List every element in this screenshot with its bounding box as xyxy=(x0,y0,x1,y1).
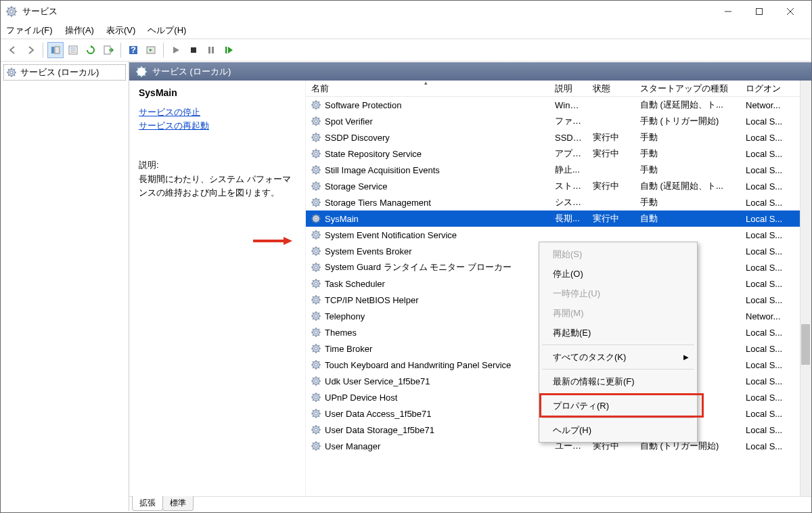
ctx-help[interactable]: ヘルプ(H) xyxy=(541,420,696,440)
close-button[interactable] xyxy=(775,1,806,22)
description-label: 説明: xyxy=(139,159,296,171)
refresh-button[interactable] xyxy=(83,42,99,58)
detail-panel: SysMain サービスの停止 サービスの再起動 説明: 長期間にわたり、システ… xyxy=(129,81,305,496)
service-logon: Local S... xyxy=(740,441,789,451)
properties-button[interactable] xyxy=(65,42,81,58)
stop-service-button[interactable] xyxy=(185,42,202,58)
stop-service-link[interactable]: サービスの停止 xyxy=(139,106,296,118)
tab-extended[interactable]: 拡張 xyxy=(132,496,163,511)
table-row[interactable]: SSDP DiscoverySSDP ...実行中手動Local S... xyxy=(306,129,811,146)
svg-rect-15 xyxy=(55,47,60,53)
tree-panel: サービス (ローカル) xyxy=(1,62,129,511)
gear-icon xyxy=(311,311,321,321)
gear-icon xyxy=(311,181,321,191)
column-logon[interactable]: ログオン xyxy=(740,81,789,96)
ctx-all-tasks[interactable]: すべてのタスク(K)▶ xyxy=(541,347,696,367)
gear-icon xyxy=(311,344,321,353)
list-header: 名前▴ 説明 状態 スタートアップの種類 ログオン xyxy=(306,81,811,97)
ctx-pause[interactable]: 一時停止(U) xyxy=(541,284,696,303)
table-row[interactable]: Still Image Acquisition Events静止...手動Loc… xyxy=(306,162,811,178)
service-startup: 自動 (遅延開始、ト... xyxy=(635,99,740,111)
table-row[interactable]: System Event Notification ServiceLocal S… xyxy=(306,227,811,243)
service-desc: SSDP ... xyxy=(549,133,587,143)
menu-help[interactable]: ヘルプ(H) xyxy=(148,24,186,37)
ctx-properties[interactable]: プロパティ(R) xyxy=(541,396,696,416)
tab-standard[interactable]: 標準 xyxy=(162,496,194,511)
service-logon: Local S... xyxy=(740,230,789,240)
svg-rect-11 xyxy=(757,9,763,15)
minimize-button[interactable] xyxy=(713,1,744,22)
service-startup: 自動 (遅延開始、ト... xyxy=(635,180,740,192)
vertical-scrollbar[interactable] xyxy=(800,81,811,496)
tree-item-services-local[interactable]: サービス (ローカル) xyxy=(3,64,126,81)
service-startup: 手動 xyxy=(635,131,740,143)
gear-icon xyxy=(311,263,321,272)
column-status[interactable]: 状態 xyxy=(587,81,635,96)
service-logon: Local S... xyxy=(740,214,789,224)
service-name: Telephony xyxy=(325,311,365,321)
gear-icon xyxy=(311,376,321,386)
window-title: サービス xyxy=(22,5,713,18)
restart-service-link[interactable]: サービスの再起動 xyxy=(139,120,296,132)
show-hide-tree-button[interactable] xyxy=(47,42,64,58)
gear-icon xyxy=(311,409,321,418)
service-startup: 手動 xyxy=(635,148,740,160)
service-name: Storage Tiers Management xyxy=(325,198,431,208)
svg-rect-25 xyxy=(208,47,210,53)
table-row[interactable]: Storage Serviceストレ...実行中自動 (遅延開始、ト...Loc… xyxy=(306,178,811,194)
service-name: SSDP Discovery xyxy=(325,133,390,143)
main-panel: サービス (ローカル) SysMain サービスの停止 サービスの再起動 説明:… xyxy=(129,62,811,511)
service-logon: Local S... xyxy=(740,181,789,192)
menu-view[interactable]: 表示(V) xyxy=(106,24,135,37)
submenu-arrow-icon: ▶ xyxy=(683,353,689,361)
service-logon: Local S... xyxy=(740,149,789,159)
table-row[interactable]: State Repository Serviceアプリ...実行中手動Local… xyxy=(306,146,811,162)
service-logon: Local S... xyxy=(740,165,789,175)
table-row[interactable]: Spot Verifierファイ...手動 (トリガー開始)Local S... xyxy=(306,113,811,129)
service-logon: Local S... xyxy=(740,344,789,354)
menu-file[interactable]: ファイル(F) xyxy=(6,24,53,37)
service-desc: Wind... xyxy=(549,100,587,110)
service-logon: Local S... xyxy=(740,376,789,386)
run-button[interactable] xyxy=(143,42,159,58)
service-startup: 自動 xyxy=(635,213,740,225)
service-name: SysMain xyxy=(325,214,359,224)
forward-button[interactable] xyxy=(22,42,39,58)
gear-icon xyxy=(311,230,321,240)
tree-item-label: サービス (ローカル) xyxy=(20,66,99,79)
start-service-button[interactable] xyxy=(168,42,184,58)
ctx-resume[interactable]: 再開(M) xyxy=(541,303,696,323)
column-startup-type[interactable]: スタートアップの種類 xyxy=(635,81,740,96)
scroll-thumb[interactable] xyxy=(801,324,810,365)
service-status: 実行中 xyxy=(587,148,635,160)
svg-rect-26 xyxy=(212,47,214,53)
service-name: User Manager xyxy=(325,441,380,451)
ctx-restart[interactable]: 再起動(E) xyxy=(541,323,696,342)
gear-icon xyxy=(311,165,321,175)
gear-icon xyxy=(7,68,16,77)
help-button[interactable]: ? xyxy=(125,42,141,58)
table-row[interactable]: Storage Tiers Managementシス テ...手動Local S… xyxy=(306,194,811,210)
ctx-stop[interactable]: 停止(O) xyxy=(541,264,696,284)
service-logon: Local S... xyxy=(740,360,789,370)
back-button[interactable] xyxy=(5,42,21,58)
column-description[interactable]: 説明 xyxy=(549,81,587,96)
ctx-refresh[interactable]: 最新の情報に更新(F) xyxy=(541,372,696,391)
svg-rect-27 xyxy=(225,47,227,53)
service-desc: シス テ... xyxy=(549,196,587,208)
service-name: User Data Storage_1f5be71 xyxy=(325,425,434,435)
app-icon xyxy=(6,6,17,17)
table-row[interactable]: SysMain長期...実行中自動Local S... xyxy=(306,210,811,227)
service-logon: Networ... xyxy=(740,100,789,110)
table-row[interactable]: Software ProtectionWind...自動 (遅延開始、ト...N… xyxy=(306,97,811,113)
service-logon: Local S... xyxy=(740,198,789,208)
restart-service-button[interactable] xyxy=(221,42,237,58)
pause-service-button[interactable] xyxy=(203,42,219,58)
ctx-start[interactable]: 開始(S) xyxy=(541,244,696,264)
maximize-button[interactable] xyxy=(744,1,775,22)
service-name: Software Protection xyxy=(325,100,401,110)
export-button[interactable] xyxy=(100,42,116,58)
menu-action[interactable]: 操作(A) xyxy=(65,24,94,37)
column-name[interactable]: 名前▴ xyxy=(306,81,549,96)
gear-icon xyxy=(311,279,321,288)
